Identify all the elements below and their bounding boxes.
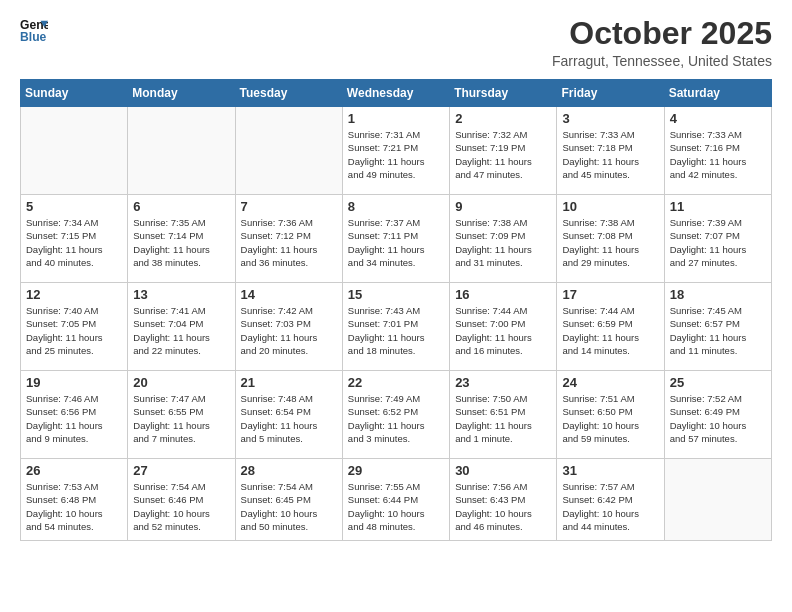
- day-info: Sunrise: 7:49 AM Sunset: 6:52 PM Dayligh…: [348, 392, 444, 445]
- day-number: 6: [133, 199, 229, 214]
- calendar-cell: 13Sunrise: 7:41 AM Sunset: 7:04 PM Dayli…: [128, 283, 235, 371]
- calendar-cell: 9Sunrise: 7:38 AM Sunset: 7:09 PM Daylig…: [450, 195, 557, 283]
- calendar-cell: 4Sunrise: 7:33 AM Sunset: 7:16 PM Daylig…: [664, 107, 771, 195]
- col-monday: Monday: [128, 80, 235, 107]
- calendar-cell: 5Sunrise: 7:34 AM Sunset: 7:15 PM Daylig…: [21, 195, 128, 283]
- day-number: 22: [348, 375, 444, 390]
- day-info: Sunrise: 7:33 AM Sunset: 7:16 PM Dayligh…: [670, 128, 766, 181]
- day-info: Sunrise: 7:38 AM Sunset: 7:09 PM Dayligh…: [455, 216, 551, 269]
- day-info: Sunrise: 7:46 AM Sunset: 6:56 PM Dayligh…: [26, 392, 122, 445]
- day-number: 18: [670, 287, 766, 302]
- day-number: 14: [241, 287, 337, 302]
- day-number: 25: [670, 375, 766, 390]
- day-info: Sunrise: 7:36 AM Sunset: 7:12 PM Dayligh…: [241, 216, 337, 269]
- day-info: Sunrise: 7:52 AM Sunset: 6:49 PM Dayligh…: [670, 392, 766, 445]
- calendar-cell: [235, 107, 342, 195]
- calendar-cell: 28Sunrise: 7:54 AM Sunset: 6:45 PM Dayli…: [235, 459, 342, 541]
- calendar-cell: 15Sunrise: 7:43 AM Sunset: 7:01 PM Dayli…: [342, 283, 449, 371]
- calendar-week-2: 5Sunrise: 7:34 AM Sunset: 7:15 PM Daylig…: [21, 195, 772, 283]
- day-info: Sunrise: 7:50 AM Sunset: 6:51 PM Dayligh…: [455, 392, 551, 445]
- calendar-cell: 18Sunrise: 7:45 AM Sunset: 6:57 PM Dayli…: [664, 283, 771, 371]
- day-number: 4: [670, 111, 766, 126]
- calendar-cell: 23Sunrise: 7:50 AM Sunset: 6:51 PM Dayli…: [450, 371, 557, 459]
- calendar-cell: 16Sunrise: 7:44 AM Sunset: 7:00 PM Dayli…: [450, 283, 557, 371]
- calendar-cell: 24Sunrise: 7:51 AM Sunset: 6:50 PM Dayli…: [557, 371, 664, 459]
- col-saturday: Saturday: [664, 80, 771, 107]
- day-number: 29: [348, 463, 444, 478]
- day-info: Sunrise: 7:51 AM Sunset: 6:50 PM Dayligh…: [562, 392, 658, 445]
- calendar-cell: 30Sunrise: 7:56 AM Sunset: 6:43 PM Dayli…: [450, 459, 557, 541]
- calendar-cell: 10Sunrise: 7:38 AM Sunset: 7:08 PM Dayli…: [557, 195, 664, 283]
- col-sunday: Sunday: [21, 80, 128, 107]
- calendar-cell: 6Sunrise: 7:35 AM Sunset: 7:14 PM Daylig…: [128, 195, 235, 283]
- day-info: Sunrise: 7:32 AM Sunset: 7:19 PM Dayligh…: [455, 128, 551, 181]
- day-info: Sunrise: 7:35 AM Sunset: 7:14 PM Dayligh…: [133, 216, 229, 269]
- col-tuesday: Tuesday: [235, 80, 342, 107]
- day-info: Sunrise: 7:34 AM Sunset: 7:15 PM Dayligh…: [26, 216, 122, 269]
- calendar-week-4: 19Sunrise: 7:46 AM Sunset: 6:56 PM Dayli…: [21, 371, 772, 459]
- page: General Blue October 2025 Farragut, Tenn…: [0, 0, 792, 612]
- header: General Blue October 2025 Farragut, Tenn…: [20, 16, 772, 69]
- calendar-cell: 12Sunrise: 7:40 AM Sunset: 7:05 PM Dayli…: [21, 283, 128, 371]
- day-info: Sunrise: 7:39 AM Sunset: 7:07 PM Dayligh…: [670, 216, 766, 269]
- day-info: Sunrise: 7:43 AM Sunset: 7:01 PM Dayligh…: [348, 304, 444, 357]
- day-number: 26: [26, 463, 122, 478]
- calendar-table: Sunday Monday Tuesday Wednesday Thursday…: [20, 79, 772, 541]
- day-number: 15: [348, 287, 444, 302]
- calendar-cell: 11Sunrise: 7:39 AM Sunset: 7:07 PM Dayli…: [664, 195, 771, 283]
- day-number: 5: [26, 199, 122, 214]
- day-info: Sunrise: 7:41 AM Sunset: 7:04 PM Dayligh…: [133, 304, 229, 357]
- calendar-cell: 2Sunrise: 7:32 AM Sunset: 7:19 PM Daylig…: [450, 107, 557, 195]
- day-info: Sunrise: 7:44 AM Sunset: 6:59 PM Dayligh…: [562, 304, 658, 357]
- day-info: Sunrise: 7:54 AM Sunset: 6:45 PM Dayligh…: [241, 480, 337, 533]
- day-number: 13: [133, 287, 229, 302]
- day-number: 1: [348, 111, 444, 126]
- day-number: 28: [241, 463, 337, 478]
- day-info: Sunrise: 7:33 AM Sunset: 7:18 PM Dayligh…: [562, 128, 658, 181]
- weekday-header-row: Sunday Monday Tuesday Wednesday Thursday…: [21, 80, 772, 107]
- col-wednesday: Wednesday: [342, 80, 449, 107]
- day-number: 10: [562, 199, 658, 214]
- col-friday: Friday: [557, 80, 664, 107]
- calendar-cell: 3Sunrise: 7:33 AM Sunset: 7:18 PM Daylig…: [557, 107, 664, 195]
- day-number: 17: [562, 287, 658, 302]
- calendar-cell: 25Sunrise: 7:52 AM Sunset: 6:49 PM Dayli…: [664, 371, 771, 459]
- calendar-cell: 19Sunrise: 7:46 AM Sunset: 6:56 PM Dayli…: [21, 371, 128, 459]
- day-number: 9: [455, 199, 551, 214]
- day-number: 31: [562, 463, 658, 478]
- day-info: Sunrise: 7:54 AM Sunset: 6:46 PM Dayligh…: [133, 480, 229, 533]
- day-info: Sunrise: 7:56 AM Sunset: 6:43 PM Dayligh…: [455, 480, 551, 533]
- day-info: Sunrise: 7:45 AM Sunset: 6:57 PM Dayligh…: [670, 304, 766, 357]
- day-number: 16: [455, 287, 551, 302]
- calendar-week-5: 26Sunrise: 7:53 AM Sunset: 6:48 PM Dayli…: [21, 459, 772, 541]
- calendar-cell: 1Sunrise: 7:31 AM Sunset: 7:21 PM Daylig…: [342, 107, 449, 195]
- svg-text:Blue: Blue: [20, 30, 47, 44]
- day-number: 12: [26, 287, 122, 302]
- calendar-cell: 20Sunrise: 7:47 AM Sunset: 6:55 PM Dayli…: [128, 371, 235, 459]
- day-number: 30: [455, 463, 551, 478]
- calendar-cell: 31Sunrise: 7:57 AM Sunset: 6:42 PM Dayli…: [557, 459, 664, 541]
- title-block: October 2025 Farragut, Tennessee, United…: [552, 16, 772, 69]
- day-number: 24: [562, 375, 658, 390]
- day-number: 7: [241, 199, 337, 214]
- calendar-cell: 22Sunrise: 7:49 AM Sunset: 6:52 PM Dayli…: [342, 371, 449, 459]
- day-number: 11: [670, 199, 766, 214]
- day-info: Sunrise: 7:40 AM Sunset: 7:05 PM Dayligh…: [26, 304, 122, 357]
- calendar-cell: 7Sunrise: 7:36 AM Sunset: 7:12 PM Daylig…: [235, 195, 342, 283]
- day-number: 27: [133, 463, 229, 478]
- day-info: Sunrise: 7:31 AM Sunset: 7:21 PM Dayligh…: [348, 128, 444, 181]
- calendar-cell: 26Sunrise: 7:53 AM Sunset: 6:48 PM Dayli…: [21, 459, 128, 541]
- calendar-week-3: 12Sunrise: 7:40 AM Sunset: 7:05 PM Dayli…: [21, 283, 772, 371]
- calendar-cell: 14Sunrise: 7:42 AM Sunset: 7:03 PM Dayli…: [235, 283, 342, 371]
- logo-icon: General Blue: [20, 16, 48, 44]
- day-info: Sunrise: 7:48 AM Sunset: 6:54 PM Dayligh…: [241, 392, 337, 445]
- day-info: Sunrise: 7:44 AM Sunset: 7:00 PM Dayligh…: [455, 304, 551, 357]
- day-info: Sunrise: 7:42 AM Sunset: 7:03 PM Dayligh…: [241, 304, 337, 357]
- month-title: October 2025: [552, 16, 772, 51]
- calendar-cell: [21, 107, 128, 195]
- day-info: Sunrise: 7:57 AM Sunset: 6:42 PM Dayligh…: [562, 480, 658, 533]
- day-number: 23: [455, 375, 551, 390]
- calendar-cell: 21Sunrise: 7:48 AM Sunset: 6:54 PM Dayli…: [235, 371, 342, 459]
- day-number: 8: [348, 199, 444, 214]
- calendar-week-1: 1Sunrise: 7:31 AM Sunset: 7:21 PM Daylig…: [21, 107, 772, 195]
